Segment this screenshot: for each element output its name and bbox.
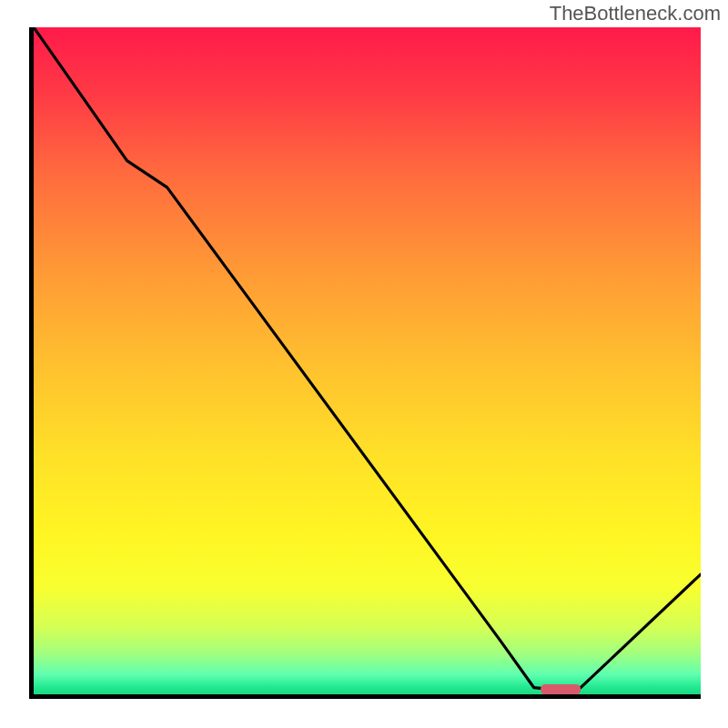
watermark-text: TheBottleneck.com bbox=[550, 2, 721, 25]
bottleneck-curve-line bbox=[34, 27, 701, 691]
chart-svg bbox=[34, 27, 701, 694]
optimal-marker bbox=[541, 684, 581, 694]
plot-area bbox=[29, 27, 701, 699]
